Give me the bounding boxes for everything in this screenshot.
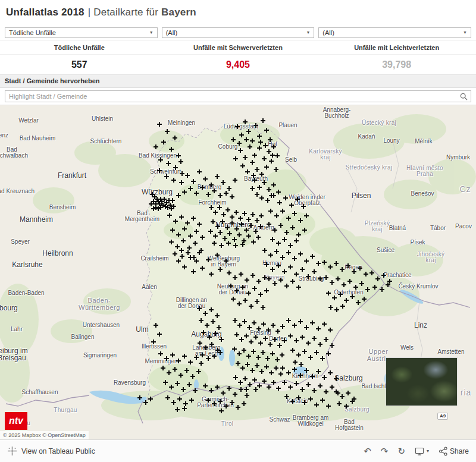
filter-value: (All) bbox=[166, 29, 178, 36]
toolbar-actions: ↶ ↷ ↻ ▾ Share bbox=[364, 447, 469, 456]
filter-row: Tödliche Unfälle ▼ (All) ▼ (All) ▼ bbox=[0, 25, 476, 40]
kpi-label-light: Unfälle mit Leichtverletzten bbox=[317, 44, 476, 51]
kpi-label-severe: Unfälle mit Schwerverletzten bbox=[159, 44, 318, 51]
download-button[interactable]: ▾ bbox=[415, 447, 429, 456]
filter-value: Tödliche Unfälle bbox=[9, 29, 56, 36]
tableau-toolbar: View on Tableau Public ↶ ↷ ↻ ▾ bbox=[0, 439, 476, 462]
chevron-down-icon: ▾ bbox=[427, 448, 429, 454]
filter-dropdown-2[interactable]: (All) ▼ bbox=[162, 27, 315, 38]
kpi-label-fatal: Tödliche Unfälle bbox=[0, 44, 159, 51]
filter-value: (All) bbox=[322, 29, 334, 36]
kpi-value-fatal: 557 bbox=[0, 59, 159, 70]
a9-road-badge: A9 bbox=[437, 413, 448, 420]
view-on-tableau-label: View on Tableau Public bbox=[21, 447, 95, 455]
highlight-search-input[interactable] bbox=[5, 90, 471, 102]
kpi-value-severe: 9,405 bbox=[159, 59, 318, 70]
filter-dropdown-accident-type[interactable]: Tödliche Unfälle ▼ bbox=[5, 27, 158, 38]
redo-icon[interactable]: ↷ bbox=[381, 447, 389, 455]
chevron-down-icon: ▼ bbox=[149, 30, 154, 34]
download-icon bbox=[415, 447, 425, 456]
unfallatlas-dashboard: Unfallatlas 2018| Detailkarte fürBayern … bbox=[0, 0, 476, 462]
map-canvas[interactable]: WetzlarblenzUhlsteinMeiningenLudwigsstad… bbox=[0, 105, 476, 439]
share-button[interactable]: Share bbox=[439, 447, 469, 456]
map-attribution[interactable]: © 2025 Mapbox © OpenStreetMap bbox=[0, 431, 89, 439]
view-on-tableau-link[interactable]: View on Tableau Public bbox=[7, 446, 95, 456]
title-bar: Unfallatlas 2018| Detailkarte fürBayern bbox=[0, 0, 476, 25]
satellite-inset bbox=[386, 357, 458, 406]
title-main: Unfallatlas 2018 bbox=[6, 7, 84, 18]
chevron-down-icon: ▼ bbox=[463, 30, 467, 34]
highlight-section-label: Stadt / Gemeinde hervorheben bbox=[0, 75, 476, 88]
page-title: Unfallatlas 2018| Detailkarte fürBayern bbox=[6, 7, 196, 18]
kpi-header-row: Tödliche Unfälle Unfälle mit Schwerverle… bbox=[0, 40, 476, 55]
kpi-value-light: 39,798 bbox=[317, 59, 476, 70]
share-label: Share bbox=[450, 447, 469, 455]
reset-icon[interactable]: ↻ bbox=[397, 447, 405, 455]
tableau-logo-icon bbox=[7, 446, 17, 456]
chevron-down-icon: ▼ bbox=[306, 30, 310, 34]
title-subtitle: | Detailkarte für bbox=[88, 7, 158, 18]
filter-dropdown-3[interactable]: (All) ▼ bbox=[318, 27, 471, 38]
highlight-search-row bbox=[0, 88, 476, 105]
ntv-logo: ntv bbox=[5, 412, 27, 430]
title-region: Bayern bbox=[161, 7, 196, 18]
search-icon bbox=[460, 93, 468, 100]
undo-icon[interactable]: ↶ bbox=[364, 447, 371, 455]
share-icon bbox=[439, 447, 448, 456]
kpi-value-row: 557 9,405 39,798 bbox=[0, 55, 476, 75]
